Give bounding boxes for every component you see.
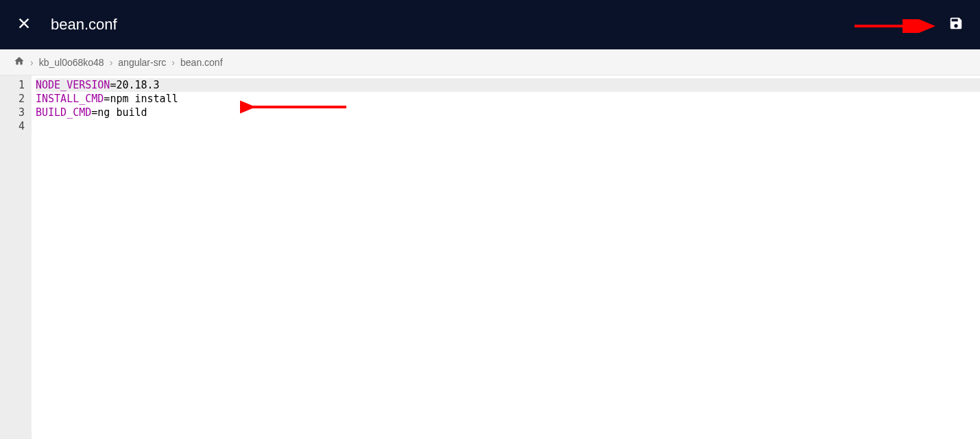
header-left: bean.conf — [16, 16, 117, 34]
breadcrumb-item-0[interactable]: kb_ul0o68ko48 — [39, 57, 104, 68]
code-area[interactable]: NODE_VERSION=20.18.3 INSTALL_CMD=npm ins… — [32, 75, 980, 439]
token-value: npm install — [110, 93, 178, 105]
gutter-line: 4 — [0, 119, 25, 133]
token-value: ng build — [97, 106, 147, 119]
code-line: BUILD_CMD=ng build — [36, 106, 980, 119]
line-gutter: 1 2 3 4 — [0, 75, 32, 439]
close-button[interactable] — [16, 16, 32, 34]
home-icon — [14, 56, 25, 69]
token-value: 20.18.3 — [116, 79, 159, 91]
save-icon — [948, 16, 964, 34]
token-equals: = — [91, 106, 97, 119]
breadcrumb-home[interactable] — [14, 56, 25, 69]
close-icon — [16, 16, 32, 34]
breadcrumb: › kb_ul0o68ko48 › angular-src › bean.con… — [0, 49, 980, 75]
token-variable: BUILD_CMD — [36, 106, 91, 119]
editor: 1 2 3 4 NODE_VERSION=20.18.3 INSTALL_CMD… — [0, 75, 980, 439]
save-button[interactable] — [948, 16, 964, 34]
code-line: NODE_VERSION=20.18.3 — [36, 78, 980, 92]
chevron-right-icon: › — [30, 57, 34, 68]
chevron-right-icon: › — [110, 57, 113, 68]
chevron-right-icon: › — [171, 57, 175, 68]
token-variable: NODE_VERSION — [36, 79, 110, 91]
code-line: INSTALL_CMD=npm install — [36, 92, 980, 106]
breadcrumb-item-1[interactable]: angular-src — [118, 57, 166, 68]
header: bean.conf — [0, 0, 980, 49]
page-title: bean.conf — [51, 16, 117, 34]
gutter-line: 2 — [0, 92, 25, 106]
token-variable: INSTALL_CMD — [36, 93, 104, 105]
gutter-line: 3 — [0, 106, 25, 119]
code-line — [36, 119, 980, 133]
breadcrumb-item-2[interactable]: bean.conf — [180, 57, 223, 68]
gutter-line: 1 — [0, 78, 25, 92]
